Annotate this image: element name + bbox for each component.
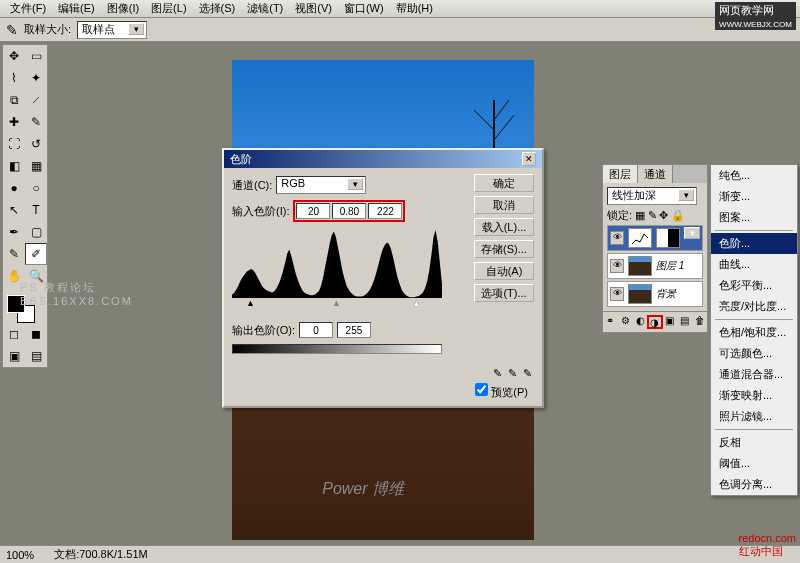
- brush-tool[interactable]: ✎: [25, 111, 47, 133]
- quickmask-on-icon[interactable]: ◼: [25, 323, 47, 345]
- preview-label: 预览(P): [491, 386, 528, 398]
- output-lo-field[interactable]: [299, 322, 333, 338]
- folder-icon[interactable]: ▣: [663, 315, 678, 329]
- dialog-titlebar[interactable]: 色阶 ✕: [224, 150, 542, 168]
- slice-tool[interactable]: ⟋: [25, 89, 47, 111]
- notes-tool[interactable]: ✎: [3, 243, 25, 265]
- menu-view[interactable]: 视图(V): [289, 0, 338, 17]
- menu-gradmap[interactable]: 渐变映射...: [711, 385, 797, 406]
- layer-row-adjustment[interactable]: 👁: [607, 225, 703, 251]
- menu-edit[interactable]: 编辑(E): [52, 0, 101, 17]
- channel-select[interactable]: RGB: [276, 176, 366, 194]
- visibility-icon[interactable]: 👁: [610, 231, 624, 245]
- new-layer-icon[interactable]: ▤: [677, 315, 692, 329]
- tab-channels[interactable]: 通道: [638, 165, 673, 183]
- heal-tool[interactable]: ✚: [3, 111, 25, 133]
- visibility-icon[interactable]: 👁: [610, 287, 624, 301]
- zoom-level[interactable]: 100%: [6, 549, 34, 561]
- type-tool[interactable]: T: [25, 199, 47, 221]
- move-tool[interactable]: ✥: [3, 45, 25, 67]
- gray-picker-icon[interactable]: ✎: [508, 367, 517, 380]
- load-button[interactable]: 载入(L)...: [474, 218, 534, 236]
- blur-tool[interactable]: ●: [3, 177, 25, 199]
- close-icon[interactable]: ✕: [522, 152, 536, 166]
- wand-tool[interactable]: ✦: [25, 67, 47, 89]
- tab-layers[interactable]: 图层: [603, 165, 638, 183]
- dodge-tool[interactable]: ○: [25, 177, 47, 199]
- output-hi-field[interactable]: [337, 322, 371, 338]
- quickmask-icon[interactable]: ◻: [3, 323, 25, 345]
- eyedropper-icon[interactable]: ✎: [6, 22, 18, 38]
- layer-mask-thumb[interactable]: [656, 228, 680, 248]
- highlight-slider[interactable]: ▲: [412, 298, 421, 308]
- lock-pixel-icon[interactable]: ✎: [648, 209, 657, 221]
- black-picker-icon[interactable]: ✎: [493, 367, 502, 380]
- menu-image[interactable]: 图像(I): [101, 0, 145, 17]
- shadow-slider[interactable]: ▲: [246, 298, 255, 308]
- menu-selcolor[interactable]: 可选颜色...: [711, 343, 797, 364]
- mask-icon[interactable]: ◐: [633, 315, 648, 329]
- menu-colorbal[interactable]: 色彩平衡...: [711, 275, 797, 296]
- lock-pos-icon[interactable]: ✥: [659, 209, 668, 221]
- eraser-tool[interactable]: ◧: [3, 155, 25, 177]
- output-gradient[interactable]: [232, 344, 442, 354]
- shape-tool[interactable]: ▢: [25, 221, 47, 243]
- white-picker-icon[interactable]: ✎: [523, 367, 532, 380]
- input-highlight-field[interactable]: [368, 203, 402, 219]
- menu-threshold[interactable]: 阈值...: [711, 453, 797, 474]
- layer-row-copy[interactable]: 👁 图层 1: [607, 253, 703, 279]
- menu-invert[interactable]: 反相: [711, 432, 797, 453]
- crop-tool[interactable]: ⧉: [3, 89, 25, 111]
- menu-layer[interactable]: 图层(L): [145, 0, 192, 17]
- screenmode2-icon[interactable]: ▤: [25, 345, 47, 367]
- menu-huesat[interactable]: 色相/饱和度...: [711, 322, 797, 343]
- menu-file[interactable]: 文件(F): [4, 0, 52, 17]
- menu-solid[interactable]: 纯色...: [711, 165, 797, 186]
- menu-levels[interactable]: 色阶...: [711, 233, 797, 254]
- layer-thumb: [628, 284, 652, 304]
- layer-row-bg[interactable]: 👁 背景: [607, 281, 703, 307]
- marquee-tool[interactable]: ▭: [25, 45, 47, 67]
- eyedropper-tool[interactable]: ✐: [25, 243, 47, 265]
- lock-trans-icon[interactable]: ▦: [635, 209, 645, 221]
- input-values-highlight: [293, 200, 405, 222]
- menu-select[interactable]: 选择(S): [193, 0, 242, 17]
- menu-posterize[interactable]: 色调分离...: [711, 474, 797, 495]
- menu-filter[interactable]: 滤镜(T): [241, 0, 289, 17]
- stamp-tool[interactable]: ⛶: [3, 133, 25, 155]
- screenmode-icon[interactable]: ▣: [3, 345, 25, 367]
- menu-curves[interactable]: 曲线...: [711, 254, 797, 275]
- ok-button[interactable]: 确定: [474, 174, 534, 192]
- lock-all-icon[interactable]: 🔒: [671, 209, 685, 221]
- lasso-tool[interactable]: ⌇: [3, 67, 25, 89]
- menu-gradient[interactable]: 渐变...: [711, 186, 797, 207]
- preview-checkbox[interactable]: [475, 383, 488, 396]
- channel-label: 通道(C):: [232, 178, 272, 193]
- auto-button[interactable]: 自动(A): [474, 262, 534, 280]
- menu-window[interactable]: 窗口(W): [338, 0, 390, 17]
- visibility-icon[interactable]: 👁: [610, 259, 624, 273]
- history-brush-tool[interactable]: ↺: [25, 133, 47, 155]
- fx-icon[interactable]: ⚙: [618, 315, 633, 329]
- gradient-tool[interactable]: ▦: [25, 155, 47, 177]
- input-shadow-field[interactable]: [296, 203, 330, 219]
- menu-photofilter[interactable]: 照片滤镜...: [711, 406, 797, 427]
- sample-size-select[interactable]: 取样点: [77, 21, 147, 39]
- cancel-button[interactable]: 取消: [474, 196, 534, 214]
- link-icon[interactable]: ⚭: [603, 315, 618, 329]
- menu-brightcon[interactable]: 亮度/对比度...: [711, 296, 797, 317]
- options-button[interactable]: 选项(T)...: [474, 284, 534, 302]
- menu-chanmix[interactable]: 通道混合器...: [711, 364, 797, 385]
- sample-label: 取样大小:: [24, 22, 71, 37]
- path-tool[interactable]: ↖: [3, 199, 25, 221]
- blend-mode-select[interactable]: 线性加深: [607, 187, 697, 205]
- menu-help[interactable]: 帮助(H): [390, 0, 439, 17]
- gamma-slider[interactable]: ▲: [332, 298, 341, 308]
- pen-tool[interactable]: ✒: [3, 221, 25, 243]
- trash-icon[interactable]: 🗑: [692, 315, 707, 329]
- adjustment-layer-icon[interactable]: ◑: [647, 315, 662, 329]
- save-button[interactable]: 存储(S)...: [474, 240, 534, 258]
- svg-marker-4: [232, 230, 442, 298]
- menu-pattern[interactable]: 图案...: [711, 207, 797, 228]
- input-gamma-field[interactable]: [332, 203, 366, 219]
